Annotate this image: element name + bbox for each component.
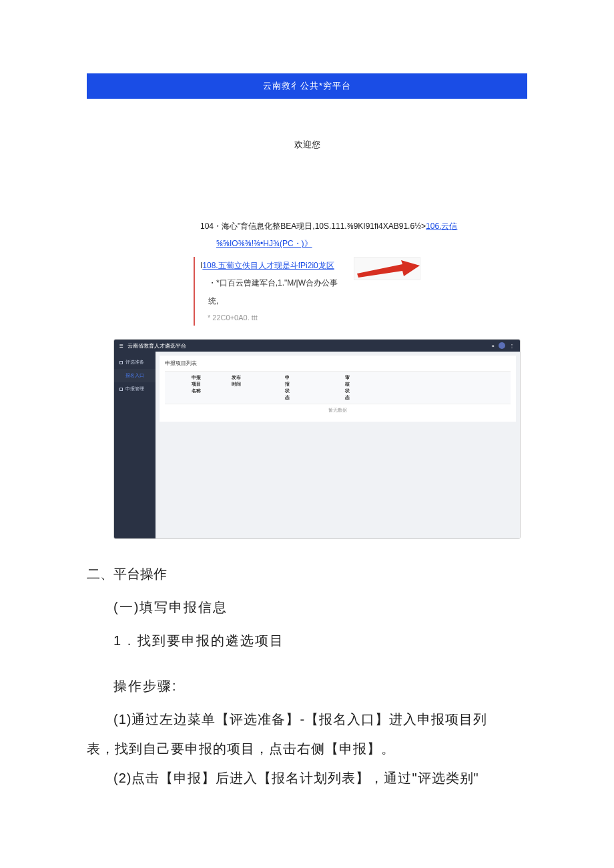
table-empty: 暂无数据: [165, 404, 511, 418]
document-body: 二、平台操作 (一)填写申报信息 1 . 找到要申报的遴选项目 操作步骤: (1…: [87, 559, 527, 793]
sidebar-item-shenbao[interactable]: 申报管理: [114, 382, 156, 396]
more-icon[interactable]: ⋮: [509, 343, 515, 349]
sidebar: 评选准备 报名入口 申报管理: [114, 352, 156, 538]
table-header-col2: 发布时间: [205, 374, 245, 401]
step-1-line-b: 表，找到自己要申报的项目，点击右侧【申报】。: [87, 734, 527, 763]
link-block: 104・海心"育信息化整BEA现日,10S.111.⅜9KI91fi4XAB91…: [200, 218, 521, 253]
screenshot-header: ≡ 云南省教育人才遴选平台 × ⋮: [114, 340, 520, 352]
link-prefix: 104・海心"育信息化整BEA现日,10S.111.⅜9KI91fi4XAB91…: [200, 222, 426, 231]
sub-heading-1: (一)填写申报信息: [87, 592, 527, 622]
link-106[interactable]: 106.云信: [426, 222, 457, 231]
sidebar-label: 评选准备: [125, 359, 144, 366]
arrow-callout-image: [354, 257, 420, 280]
step-1-line-a: (1)通过左边菜单【评选准备】-【报名入口】进入申报项目列: [87, 705, 527, 734]
callout-link-108[interactable]: 108.五蔔立佚目人才现是斗fPi2i0龙区: [202, 261, 334, 270]
avatar[interactable]: [499, 342, 505, 349]
table-header-row: 申报项目名称 发布时间 申报状态 审核状态: [165, 371, 511, 404]
screenshot-body: 评选准备 报名入口 申报管理 申报项目列表 申报项目名称 发布时间 申报状态: [114, 352, 520, 538]
step-2: (2)点击【申报】后进入【报名计划列表】，通过"评选类别": [87, 763, 527, 793]
screenshot-title: 云南省教育人才遴选平台: [127, 342, 186, 350]
main-card: 申报项目列表 申报项目名称 发布时间 申报状态 审核状态 暂无数据: [160, 356, 516, 422]
callout-text: I108.五蔔立佚目人才现是斗fPi2i0龙区 ・*口百云曾建军台,1."M/|…: [194, 257, 347, 326]
platform-screenshot: ≡ 云南省教育人才遴选平台 × ⋮ 评选准备 报名入口 申报管理: [113, 339, 521, 539]
sidebar-label: 报名入口: [119, 372, 144, 379]
square-icon: [119, 361, 123, 364]
steps-label: 操作步骤:: [87, 671, 527, 701]
table-header-col1: 申报项目名称: [165, 374, 205, 401]
callout-row: I108.五蔔立佚目人才现是斗fPi2i0龙区 ・*口百云曾建军台,1."M/|…: [194, 257, 521, 326]
banner-title: 云南救彳公共*穷平台: [263, 81, 351, 91]
sidebar-label: 申报管理: [125, 386, 144, 392]
callout-line2: ・*口百云曾建军台,1."M/|W合办公事统,: [200, 274, 347, 310]
screenshot-main: 申报项目列表 申报项目名称 发布时间 申报状态 审核状态 暂无数据: [156, 352, 520, 538]
welcome-text: 欢迎您: [0, 139, 614, 151]
callout-line3: * 22C0+0A0. ttt: [200, 310, 347, 326]
red-arrow-icon: [356, 259, 420, 280]
svg-marker-0: [357, 260, 420, 278]
square-icon: [119, 388, 123, 391]
heading-2: 二、平台操作: [87, 559, 527, 588]
table-header-col3: 申报状态: [245, 374, 292, 401]
platform-banner: 云南救彳公共*穷平台: [87, 73, 527, 99]
close-icon[interactable]: ×: [491, 343, 495, 349]
sub-heading-2: 1 . 找到要申报的遴选项目: [87, 626, 527, 655]
sidebar-item-baoming[interactable]: 报名入口: [114, 369, 156, 382]
sidebar-item-pingxuan[interactable]: 评选准备: [114, 356, 156, 369]
link-line2[interactable]: ⅝⅝IO⅜⅜!⅜•HJ¾(PC・)》: [200, 235, 521, 252]
card-title: 申报项目列表: [165, 360, 511, 371]
hamburger-icon[interactable]: ≡: [119, 342, 123, 350]
table-header-col4: 审核状态: [292, 374, 345, 401]
